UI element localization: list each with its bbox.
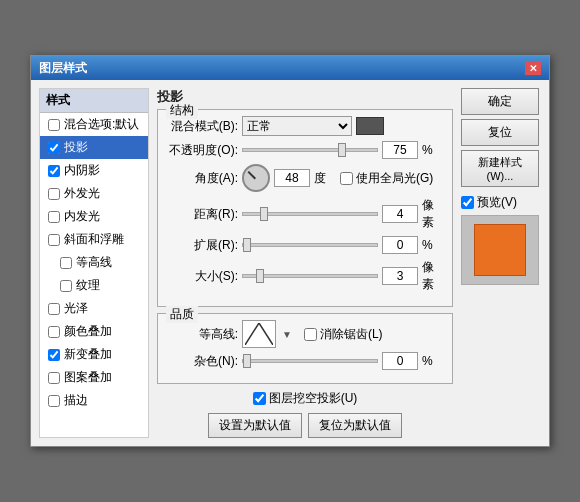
- sidebar-label-drop-shadow: 投影: [64, 139, 88, 156]
- sidebar-checkbox-drop-shadow[interactable]: [48, 142, 60, 154]
- left-panel: 样式 混合选项:默认投影内阴影外发光内发光斜面和浮雕等高线纹理光泽颜色叠加新变叠…: [39, 88, 149, 438]
- sidebar-label-bevel: 斜面和浮雕: [64, 231, 124, 248]
- angle-input[interactable]: 48: [274, 169, 310, 187]
- spread-label: 扩展(R):: [166, 237, 238, 254]
- sidebar-checkbox-color-overlay[interactable]: [48, 326, 60, 338]
- sidebar-item-blend-opts[interactable]: 混合选项:默认: [40, 113, 148, 136]
- noise-row: 杂色(N): 0 %: [166, 352, 444, 370]
- blend-mode-select[interactable]: 正常: [242, 116, 352, 136]
- distance-input[interactable]: 4: [382, 205, 418, 223]
- anti-alias-checkbox[interactable]: [304, 328, 317, 341]
- sidebar-item-color-overlay[interactable]: 颜色叠加: [40, 320, 148, 343]
- sidebar-item-satin[interactable]: 光泽: [40, 297, 148, 320]
- angle-row: 角度(A): 48 度 使用全局光(G): [166, 164, 444, 192]
- sidebar-label-color-overlay: 颜色叠加: [64, 323, 112, 340]
- sidebar-item-contour[interactable]: 等高线: [40, 251, 148, 274]
- sidebar-checkbox-contour[interactable]: [60, 257, 72, 269]
- quality-group: 品质 等高线: ▼ 消除锯齿(L): [157, 313, 453, 384]
- sidebar-label-stroke: 描边: [64, 392, 88, 409]
- reset-default-button[interactable]: 复位为默认值: [308, 413, 402, 438]
- ok-button[interactable]: 确定: [461, 88, 539, 115]
- distance-row: 距离(R): 4 像素: [166, 197, 444, 231]
- spread-row: 扩展(R): 0 %: [166, 236, 444, 254]
- angle-unit: 度: [314, 170, 336, 187]
- main-section-title: 投影: [157, 88, 453, 106]
- sidebar-checkbox-stroke[interactable]: [48, 395, 60, 407]
- contour-dropdown-arrow[interactable]: ▼: [282, 329, 292, 340]
- contour-thumbnail[interactable]: [242, 320, 276, 348]
- distance-slider-container: 4 像素: [242, 197, 444, 231]
- size-label: 大小(S):: [166, 268, 238, 285]
- size-input[interactable]: 3: [382, 267, 418, 285]
- preview-thumbnail: [474, 224, 526, 276]
- distance-label: 距离(R):: [166, 206, 238, 223]
- sidebar-item-stroke[interactable]: 描边: [40, 389, 148, 412]
- sidebar-label-outer-glow: 外发光: [64, 185, 100, 202]
- preview-checkbox[interactable]: [461, 196, 474, 209]
- sidebar-item-gradient-overlay[interactable]: 新变叠加: [40, 343, 148, 366]
- set-default-button[interactable]: 设置为默认值: [208, 413, 302, 438]
- sidebar-checkbox-gradient-overlay[interactable]: [48, 349, 60, 361]
- distance-slider[interactable]: [242, 212, 378, 216]
- preview-label: 预览(V): [477, 194, 517, 211]
- spread-slider[interactable]: [242, 243, 378, 247]
- global-light-checkbox[interactable]: [340, 172, 353, 185]
- sidebar-label-blend-opts: 混合选项:默认: [64, 116, 139, 133]
- sidebar-label-gradient-overlay: 新变叠加: [64, 346, 112, 363]
- sidebar-item-outer-glow[interactable]: 外发光: [40, 182, 148, 205]
- styles-panel-title: 样式: [40, 89, 148, 113]
- sidebar-item-drop-shadow[interactable]: 投影: [40, 136, 148, 159]
- layer-style-dialog: 图层样式 ✕ 样式 混合选项:默认投影内阴影外发光内发光斜面和浮雕等高线纹理光泽…: [30, 55, 550, 447]
- opacity-label: 不透明度(O):: [166, 142, 238, 159]
- sidebar-checkbox-inner-shadow[interactable]: [48, 165, 60, 177]
- noise-label: 杂色(N):: [166, 353, 238, 370]
- sidebar-label-inner-glow: 内发光: [64, 208, 100, 225]
- sidebar-item-bevel[interactable]: 斜面和浮雕: [40, 228, 148, 251]
- sidebar-checkbox-blend-opts[interactable]: [48, 119, 60, 131]
- spread-input[interactable]: 0: [382, 236, 418, 254]
- knockout-checkbox[interactable]: [253, 392, 266, 405]
- preview-area: [461, 215, 539, 285]
- noise-slider[interactable]: [242, 359, 378, 363]
- contour-row: 等高线: ▼ 消除锯齿(L): [166, 320, 444, 348]
- sidebar-checkbox-bevel[interactable]: [48, 234, 60, 246]
- sidebar-item-inner-shadow[interactable]: 内阴影: [40, 159, 148, 182]
- opacity-input[interactable]: 75: [382, 141, 418, 159]
- angle-dial[interactable]: [242, 164, 270, 192]
- sidebar-item-texture[interactable]: 纹理: [40, 274, 148, 297]
- bottom-buttons: 设置为默认值 复位为默认值: [157, 413, 453, 438]
- spread-unit: %: [422, 238, 444, 252]
- sidebar-label-pattern-overlay: 图案叠加: [64, 369, 112, 386]
- sidebar-checkbox-pattern-overlay[interactable]: [48, 372, 60, 384]
- opacity-row: 不透明度(O): 75 %: [166, 141, 444, 159]
- reset-button[interactable]: 复位: [461, 119, 539, 146]
- sidebar-checkbox-texture[interactable]: [60, 280, 72, 292]
- blend-color-swatch[interactable]: [356, 117, 384, 135]
- preview-checkbox-row: 预览(V): [461, 194, 541, 211]
- new-style-button[interactable]: 新建样式(W)...: [461, 150, 539, 187]
- structure-group: 结构 混合模式(B): 正常 不透明度(O): 75 %: [157, 109, 453, 307]
- noise-input[interactable]: 0: [382, 352, 418, 370]
- size-slider-container: 3 像素: [242, 259, 444, 293]
- side-buttons-panel: 确定 复位 新建样式(W)... 预览(V): [461, 88, 541, 438]
- size-slider[interactable]: [242, 274, 378, 278]
- opacity-unit: %: [422, 143, 444, 157]
- opacity-slider[interactable]: [242, 148, 378, 152]
- title-bar: 图层样式 ✕: [31, 56, 549, 80]
- sidebar-checkbox-satin[interactable]: [48, 303, 60, 315]
- preview-section: 预览(V): [461, 191, 541, 285]
- sidebar-item-inner-glow[interactable]: 内发光: [40, 205, 148, 228]
- spread-slider-container: 0 %: [242, 236, 444, 254]
- sidebar-checkbox-inner-glow[interactable]: [48, 211, 60, 223]
- sidebar-checkbox-outer-glow[interactable]: [48, 188, 60, 200]
- close-button[interactable]: ✕: [525, 61, 541, 75]
- sidebar-label-contour: 等高线: [76, 254, 112, 271]
- sidebar-item-pattern-overlay[interactable]: 图案叠加: [40, 366, 148, 389]
- knockout-label[interactable]: 图层挖空投影(U): [253, 390, 358, 407]
- anti-alias-label[interactable]: 消除锯齿(L): [304, 326, 383, 343]
- dialog-title: 图层样式: [39, 60, 87, 77]
- blend-mode-row: 混合模式(B): 正常: [166, 116, 444, 136]
- global-light-label[interactable]: 使用全局光(G): [340, 170, 433, 187]
- size-unit: 像素: [422, 259, 444, 293]
- opacity-slider-container: 75 %: [242, 141, 444, 159]
